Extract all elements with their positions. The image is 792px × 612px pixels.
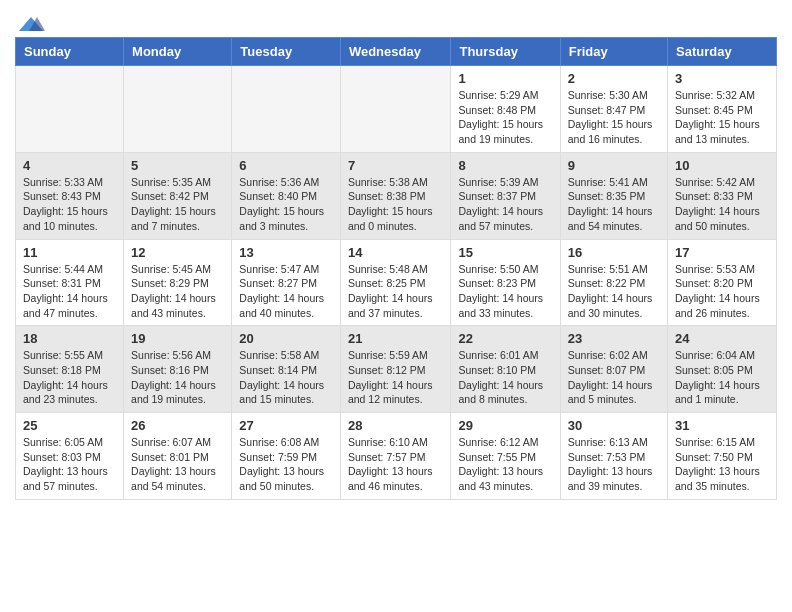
logo xyxy=(15,15,45,29)
calendar-cell: 24Sunrise: 6:04 AM Sunset: 8:05 PM Dayli… xyxy=(668,326,777,413)
calendar-cell: 16Sunrise: 5:51 AM Sunset: 8:22 PM Dayli… xyxy=(560,239,667,326)
calendar-table: SundayMondayTuesdayWednesdayThursdayFrid… xyxy=(15,37,777,500)
calendar-week-row: 1Sunrise: 5:29 AM Sunset: 8:48 PM Daylig… xyxy=(16,66,777,153)
day-info: Sunrise: 5:41 AM Sunset: 8:35 PM Dayligh… xyxy=(568,175,660,234)
day-number: 23 xyxy=(568,331,660,346)
day-info: Sunrise: 6:07 AM Sunset: 8:01 PM Dayligh… xyxy=(131,435,224,494)
calendar-cell: 10Sunrise: 5:42 AM Sunset: 8:33 PM Dayli… xyxy=(668,152,777,239)
calendar-cell: 9Sunrise: 5:41 AM Sunset: 8:35 PM Daylig… xyxy=(560,152,667,239)
calendar-cell: 8Sunrise: 5:39 AM Sunset: 8:37 PM Daylig… xyxy=(451,152,560,239)
day-number: 28 xyxy=(348,418,444,433)
calendar-cell: 7Sunrise: 5:38 AM Sunset: 8:38 PM Daylig… xyxy=(340,152,451,239)
calendar-cell: 14Sunrise: 5:48 AM Sunset: 8:25 PM Dayli… xyxy=(340,239,451,326)
day-number: 22 xyxy=(458,331,552,346)
calendar-cell: 25Sunrise: 6:05 AM Sunset: 8:03 PM Dayli… xyxy=(16,413,124,500)
day-number: 4 xyxy=(23,158,116,173)
day-number: 30 xyxy=(568,418,660,433)
day-info: Sunrise: 5:35 AM Sunset: 8:42 PM Dayligh… xyxy=(131,175,224,234)
day-number: 24 xyxy=(675,331,769,346)
day-info: Sunrise: 5:44 AM Sunset: 8:31 PM Dayligh… xyxy=(23,262,116,321)
logo-icon xyxy=(17,15,45,33)
day-number: 10 xyxy=(675,158,769,173)
day-info: Sunrise: 5:53 AM Sunset: 8:20 PM Dayligh… xyxy=(675,262,769,321)
day-info: Sunrise: 6:10 AM Sunset: 7:57 PM Dayligh… xyxy=(348,435,444,494)
calendar-cell: 17Sunrise: 5:53 AM Sunset: 8:20 PM Dayli… xyxy=(668,239,777,326)
day-number: 15 xyxy=(458,245,552,260)
calendar-cell xyxy=(232,66,341,153)
day-number: 8 xyxy=(458,158,552,173)
calendar-cell: 28Sunrise: 6:10 AM Sunset: 7:57 PM Dayli… xyxy=(340,413,451,500)
day-number: 13 xyxy=(239,245,333,260)
calendar-cell: 21Sunrise: 5:59 AM Sunset: 8:12 PM Dayli… xyxy=(340,326,451,413)
day-info: Sunrise: 5:50 AM Sunset: 8:23 PM Dayligh… xyxy=(458,262,552,321)
day-info: Sunrise: 6:04 AM Sunset: 8:05 PM Dayligh… xyxy=(675,348,769,407)
page-header xyxy=(15,10,777,29)
calendar-cell: 12Sunrise: 5:45 AM Sunset: 8:29 PM Dayli… xyxy=(124,239,232,326)
calendar-cell: 30Sunrise: 6:13 AM Sunset: 7:53 PM Dayli… xyxy=(560,413,667,500)
day-number: 9 xyxy=(568,158,660,173)
day-info: Sunrise: 5:39 AM Sunset: 8:37 PM Dayligh… xyxy=(458,175,552,234)
calendar-cell: 1Sunrise: 5:29 AM Sunset: 8:48 PM Daylig… xyxy=(451,66,560,153)
day-info: Sunrise: 6:05 AM Sunset: 8:03 PM Dayligh… xyxy=(23,435,116,494)
day-info: Sunrise: 5:51 AM Sunset: 8:22 PM Dayligh… xyxy=(568,262,660,321)
day-info: Sunrise: 5:33 AM Sunset: 8:43 PM Dayligh… xyxy=(23,175,116,234)
calendar-cell: 5Sunrise: 5:35 AM Sunset: 8:42 PM Daylig… xyxy=(124,152,232,239)
calendar-week-row: 18Sunrise: 5:55 AM Sunset: 8:18 PM Dayli… xyxy=(16,326,777,413)
day-info: Sunrise: 5:59 AM Sunset: 8:12 PM Dayligh… xyxy=(348,348,444,407)
calendar-week-row: 4Sunrise: 5:33 AM Sunset: 8:43 PM Daylig… xyxy=(16,152,777,239)
day-info: Sunrise: 5:55 AM Sunset: 8:18 PM Dayligh… xyxy=(23,348,116,407)
day-number: 1 xyxy=(458,71,552,86)
day-header-saturday: Saturday xyxy=(668,38,777,66)
calendar-cell: 31Sunrise: 6:15 AM Sunset: 7:50 PM Dayli… xyxy=(668,413,777,500)
calendar-cell: 18Sunrise: 5:55 AM Sunset: 8:18 PM Dayli… xyxy=(16,326,124,413)
day-info: Sunrise: 5:29 AM Sunset: 8:48 PM Dayligh… xyxy=(458,88,552,147)
calendar-cell xyxy=(16,66,124,153)
day-info: Sunrise: 5:45 AM Sunset: 8:29 PM Dayligh… xyxy=(131,262,224,321)
day-number: 12 xyxy=(131,245,224,260)
calendar-cell: 2Sunrise: 5:30 AM Sunset: 8:47 PM Daylig… xyxy=(560,66,667,153)
calendar-week-row: 11Sunrise: 5:44 AM Sunset: 8:31 PM Dayli… xyxy=(16,239,777,326)
calendar-cell: 27Sunrise: 6:08 AM Sunset: 7:59 PM Dayli… xyxy=(232,413,341,500)
day-number: 14 xyxy=(348,245,444,260)
day-info: Sunrise: 5:32 AM Sunset: 8:45 PM Dayligh… xyxy=(675,88,769,147)
day-header-thursday: Thursday xyxy=(451,38,560,66)
calendar-cell: 19Sunrise: 5:56 AM Sunset: 8:16 PM Dayli… xyxy=(124,326,232,413)
day-number: 16 xyxy=(568,245,660,260)
day-number: 26 xyxy=(131,418,224,433)
day-number: 21 xyxy=(348,331,444,346)
calendar-cell: 20Sunrise: 5:58 AM Sunset: 8:14 PM Dayli… xyxy=(232,326,341,413)
day-info: Sunrise: 6:12 AM Sunset: 7:55 PM Dayligh… xyxy=(458,435,552,494)
day-header-monday: Monday xyxy=(124,38,232,66)
day-info: Sunrise: 5:56 AM Sunset: 8:16 PM Dayligh… xyxy=(131,348,224,407)
day-number: 29 xyxy=(458,418,552,433)
calendar-cell xyxy=(124,66,232,153)
calendar-cell: 29Sunrise: 6:12 AM Sunset: 7:55 PM Dayli… xyxy=(451,413,560,500)
day-number: 11 xyxy=(23,245,116,260)
calendar-cell: 22Sunrise: 6:01 AM Sunset: 8:10 PM Dayli… xyxy=(451,326,560,413)
day-info: Sunrise: 5:47 AM Sunset: 8:27 PM Dayligh… xyxy=(239,262,333,321)
day-number: 19 xyxy=(131,331,224,346)
day-number: 6 xyxy=(239,158,333,173)
calendar-cell: 26Sunrise: 6:07 AM Sunset: 8:01 PM Dayli… xyxy=(124,413,232,500)
day-header-friday: Friday xyxy=(560,38,667,66)
day-info: Sunrise: 5:48 AM Sunset: 8:25 PM Dayligh… xyxy=(348,262,444,321)
day-number: 7 xyxy=(348,158,444,173)
day-info: Sunrise: 6:01 AM Sunset: 8:10 PM Dayligh… xyxy=(458,348,552,407)
day-header-tuesday: Tuesday xyxy=(232,38,341,66)
day-number: 3 xyxy=(675,71,769,86)
day-info: Sunrise: 5:38 AM Sunset: 8:38 PM Dayligh… xyxy=(348,175,444,234)
calendar-cell: 3Sunrise: 5:32 AM Sunset: 8:45 PM Daylig… xyxy=(668,66,777,153)
day-number: 20 xyxy=(239,331,333,346)
day-number: 31 xyxy=(675,418,769,433)
day-info: Sunrise: 5:36 AM Sunset: 8:40 PM Dayligh… xyxy=(239,175,333,234)
day-info: Sunrise: 6:08 AM Sunset: 7:59 PM Dayligh… xyxy=(239,435,333,494)
calendar-cell: 23Sunrise: 6:02 AM Sunset: 8:07 PM Dayli… xyxy=(560,326,667,413)
day-info: Sunrise: 6:15 AM Sunset: 7:50 PM Dayligh… xyxy=(675,435,769,494)
calendar-cell: 11Sunrise: 5:44 AM Sunset: 8:31 PM Dayli… xyxy=(16,239,124,326)
day-info: Sunrise: 6:02 AM Sunset: 8:07 PM Dayligh… xyxy=(568,348,660,407)
day-number: 5 xyxy=(131,158,224,173)
calendar-cell: 4Sunrise: 5:33 AM Sunset: 8:43 PM Daylig… xyxy=(16,152,124,239)
calendar-cell: 6Sunrise: 5:36 AM Sunset: 8:40 PM Daylig… xyxy=(232,152,341,239)
calendar-week-row: 25Sunrise: 6:05 AM Sunset: 8:03 PM Dayli… xyxy=(16,413,777,500)
calendar-cell xyxy=(340,66,451,153)
